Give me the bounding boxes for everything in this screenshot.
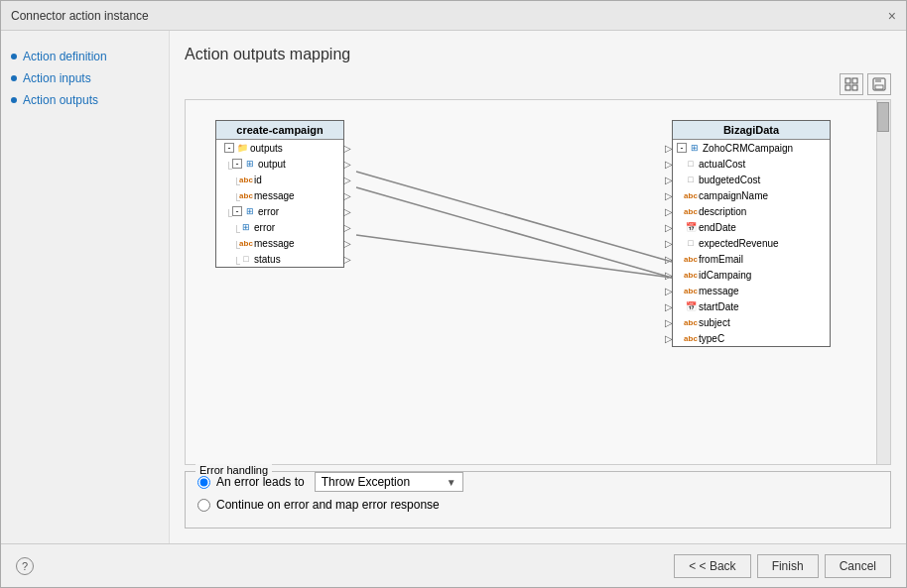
date-icon: 📅 <box>685 221 697 233</box>
abc-icon: abc <box>240 189 252 201</box>
help-button[interactable]: ? <box>16 557 34 575</box>
tree-item: □ status ▷ <box>216 251 343 267</box>
tree-item: ▷ 📅 startDate <box>673 298 830 314</box>
svg-rect-2 <box>845 85 850 90</box>
tree-label: subject <box>699 317 730 328</box>
svg-rect-0 <box>845 78 850 83</box>
tree-item: abc message ▷ <box>216 187 343 203</box>
error-handling-section: Error handling An error leads to Throw E… <box>185 471 891 529</box>
finish-button[interactable]: Finish <box>757 554 819 578</box>
tree-item: ▷ - ⊞ ZohoCRMCampaign <box>673 140 830 156</box>
sidebar-dot <box>11 75 17 81</box>
tree-item: ▷ abc typeC <box>673 330 830 346</box>
tree-item: ⊞ error ▷ <box>216 219 343 235</box>
tree-label: expectedRevenue <box>699 238 779 249</box>
toolbar-layout-button[interactable] <box>840 73 863 95</box>
expand-icon[interactable]: - <box>224 143 234 153</box>
tree-label: message <box>254 190 295 201</box>
grid-icon: ⊞ <box>240 221 252 233</box>
sidebar-dot <box>11 54 17 59</box>
tree-item: abc message ▷ <box>216 235 343 251</box>
close-button[interactable]: × <box>888 9 896 23</box>
tree-label: budgetedCost <box>699 175 760 185</box>
scrollbar-track[interactable] <box>876 100 890 464</box>
tree-label: id <box>254 175 262 185</box>
expand-icon[interactable]: - <box>232 206 242 216</box>
abc-icon: abc <box>240 237 252 249</box>
tree-label: description <box>699 206 746 217</box>
throw-exception-dropdown[interactable]: Throw Exception ▼ <box>315 472 463 492</box>
tree-item: ▷ abc fromEmail <box>673 251 830 267</box>
tree-item: ▷ abc description <box>673 203 830 219</box>
connector-dialog: Connector action instance × Action defin… <box>0 0 907 588</box>
tree-label: idCampaing <box>699 270 751 281</box>
left-tree: create-campaign - 📁 outputs ▷ <box>215 120 344 268</box>
svg-rect-1 <box>852 78 857 83</box>
tree-item: ▷ □ actualCost <box>673 156 830 172</box>
sidebar-item-action-definition[interactable]: Action definition <box>11 46 159 67</box>
grid-icon: ⊞ <box>689 142 701 154</box>
scrollbar-thumb[interactable] <box>877 102 889 132</box>
error-handling-legend: Error handling <box>195 464 272 476</box>
right-tree-header: BizagiData <box>673 121 830 140</box>
tree-label: campaignName <box>699 190 768 201</box>
page-title: Action outputs mapping <box>185 46 891 63</box>
tree-label: endDate <box>699 222 736 233</box>
main-content: Action outputs mapping create-campaign <box>170 31 906 543</box>
sidebar-item-label: Action outputs <box>23 93 98 107</box>
sidebar-item-label: Action inputs <box>23 71 91 85</box>
tree-label: error <box>258 206 279 217</box>
tree-item: ▷ abc message <box>673 283 830 298</box>
expand-icon[interactable]: - <box>677 143 687 153</box>
error-handling-content: An error leads to Throw Exception ▼ Cont… <box>197 472 878 512</box>
abc-icon: abc <box>685 269 697 281</box>
abc-icon: abc <box>685 285 697 296</box>
cancel-button[interactable]: Cancel <box>825 554 891 578</box>
right-tree: BizagiData ▷ - ⊞ ZohoCRMCampaign ▷ □ <box>672 120 831 347</box>
sidebar-item-action-inputs[interactable]: Action inputs <box>11 67 159 89</box>
mapping-canvas: create-campaign - 📁 outputs ▷ <box>186 100 890 464</box>
dialog-title: Connector action instance <box>11 9 149 23</box>
folder-icon: 📁 <box>236 142 248 154</box>
tree-label: output <box>258 159 286 170</box>
abc-icon: abc <box>685 253 697 265</box>
radio2-label: Continue on error and map error response <box>216 498 440 512</box>
grid-icon: ⊞ <box>244 158 256 170</box>
tree-item: ▷ abc subject <box>673 314 830 330</box>
back-button[interactable]: < < Back <box>674 554 750 578</box>
date-icon: 📅 <box>685 300 697 312</box>
tree-label: outputs <box>250 143 283 154</box>
tree-label: message <box>699 286 739 296</box>
svg-rect-6 <box>875 85 883 89</box>
tree-item: - ⊞ output ▷ <box>216 156 343 172</box>
left-tree-header: create-campaign <box>216 121 343 140</box>
tree-label: actualCost <box>699 159 745 170</box>
footer: ? < < Back Finish Cancel <box>1 543 906 587</box>
expand-icon[interactable]: - <box>232 159 242 169</box>
toolbar <box>185 73 891 95</box>
radio-row-1: An error leads to Throw Exception ▼ <box>197 472 878 492</box>
radio-row-2: Continue on error and map error response <box>197 498 878 512</box>
tree-item: ▷ 📅 endDate <box>673 219 830 235</box>
toolbar-save-button[interactable] <box>867 73 891 95</box>
radio-continue[interactable] <box>197 499 210 512</box>
svg-line-7 <box>356 172 672 262</box>
sidebar-item-action-outputs[interactable]: Action outputs <box>11 89 159 111</box>
tree-label: error <box>254 222 275 233</box>
svg-line-8 <box>356 187 672 278</box>
abc-icon: abc <box>685 316 697 328</box>
radio-throw[interactable] <box>197 476 210 489</box>
tree-item: ▷ □ expectedRevenue <box>673 235 830 251</box>
abc-icon: abc <box>240 174 252 185</box>
tree-label: fromEmail <box>699 254 743 265</box>
svg-line-9 <box>356 235 672 278</box>
sidebar-item-label: Action definition <box>23 50 107 63</box>
radio1-label: An error leads to <box>216 475 305 489</box>
tree-item: ▷ abc campaignName <box>673 187 830 203</box>
title-bar: Connector action instance × <box>1 1 906 31</box>
sidebar: Action definition Action inputs Action o… <box>1 31 170 543</box>
dropdown-arrow-icon: ▼ <box>447 477 456 488</box>
num-icon: □ <box>685 158 697 170</box>
grid-icon: ⊞ <box>244 205 256 217</box>
num-icon: □ <box>685 174 697 185</box>
